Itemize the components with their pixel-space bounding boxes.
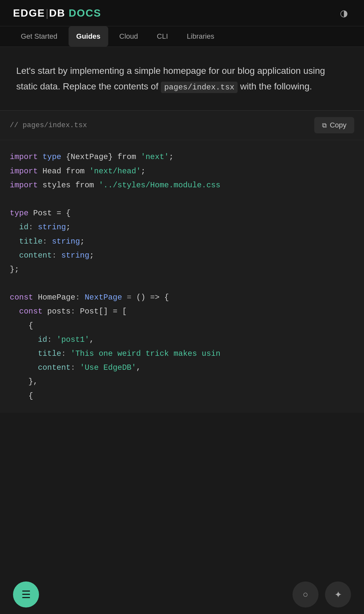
code-body: import type {NextPage} from 'next'; impo… xyxy=(0,140,364,412)
logo-edge: EDGE xyxy=(13,7,45,19)
menu-fab-button[interactable]: ☰ xyxy=(13,581,39,607)
logo-db: DB xyxy=(49,7,65,19)
intro-text-after: with the following. xyxy=(240,81,312,91)
main-content: Let's start by implementing a simple hom… xyxy=(0,47,364,94)
main-nav: Get Started Guides Cloud CLI Libraries xyxy=(0,26,364,47)
theme-toggle-button[interactable]: ◑ xyxy=(337,6,351,20)
nav-item-libraries[interactable]: Libraries xyxy=(179,26,222,47)
search-icon: ○ xyxy=(303,589,308,600)
inline-code-filename: pages/index.tsx xyxy=(161,82,238,93)
nav-item-cloud[interactable]: Cloud xyxy=(111,26,146,47)
copy-icon: ⧉ xyxy=(322,122,327,129)
logo-pipe: | xyxy=(46,7,48,19)
nav-item-cli[interactable]: CLI xyxy=(149,26,176,47)
ai-fab-button[interactable]: ✦ xyxy=(325,581,351,607)
logo: EDGE|DB DOCS xyxy=(13,7,101,19)
code-filename: // pages/index.tsx xyxy=(10,121,87,129)
code-container: // pages/index.tsx ⧉ Copy import type {N… xyxy=(0,110,364,412)
bottom-bar: ☰ ○ ✦ xyxy=(0,575,364,614)
nav-item-guides[interactable]: Guides xyxy=(69,26,109,47)
ai-icon: ✦ xyxy=(334,589,342,600)
menu-icon: ☰ xyxy=(21,588,31,601)
intro-paragraph: Let's start by implementing a simple hom… xyxy=(16,63,348,94)
logo-docs: DOCS xyxy=(69,7,101,19)
nav-item-get-started[interactable]: Get Started xyxy=(13,26,65,47)
fab-right-group: ○ ✦ xyxy=(292,581,351,607)
copy-button[interactable]: ⧉ Copy xyxy=(314,117,354,133)
copy-label: Copy xyxy=(330,121,346,129)
header: EDGE|DB DOCS ◑ xyxy=(0,0,364,26)
search-fab-button[interactable]: ○ xyxy=(292,581,318,607)
code-header: // pages/index.tsx ⧉ Copy xyxy=(0,111,364,140)
